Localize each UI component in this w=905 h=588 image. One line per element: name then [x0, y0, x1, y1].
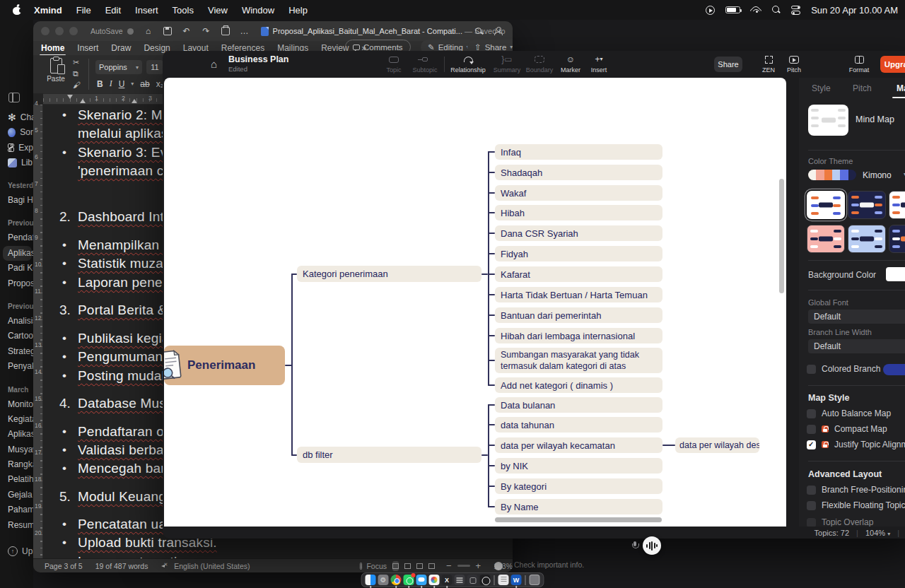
background-color-swatch[interactable] — [886, 267, 905, 281]
underline-button[interactable]: U — [119, 79, 125, 89]
chat-history-item[interactable]: Penyakit — [0, 359, 33, 374]
justify-alignment-row[interactable]: Justify Topic Alignment — [807, 440, 905, 449]
save-icon[interactable] — [163, 27, 172, 35]
topic-grandchild[interactable]: data per wilayah desa — [675, 437, 759, 453]
chat-history-item[interactable]: Analisis — [0, 314, 33, 329]
global-font-select[interactable]: Default — [808, 310, 905, 324]
colored-branch-row[interactable]: Colored Branch — [807, 364, 880, 374]
menu-insert[interactable]: Insert — [135, 5, 158, 16]
insert-button[interactable]: +▾Insert — [580, 54, 618, 74]
focus-icon[interactable] — [360, 563, 363, 570]
topic-child[interactable]: Bantuan dari pemerintah — [495, 307, 662, 323]
relationship-button[interactable]: Relationship — [449, 54, 487, 74]
photos-icon[interactable] — [429, 575, 440, 585]
topic-overlap-row[interactable]: Topic Overlap — [807, 517, 873, 527]
structure-thumbnail[interactable] — [808, 105, 848, 136]
canvas-zoom-level[interactable]: 104% ▾ — [865, 529, 890, 537]
zoom-slider[interactable] — [457, 565, 470, 567]
tab-home[interactable]: Home — [41, 43, 64, 53]
subtopic-button[interactable]: Subtopic — [406, 54, 444, 74]
tab-pitch[interactable]: Pitch — [853, 83, 872, 93]
vertical-scrollbar[interactable] — [779, 179, 784, 293]
topic-child[interactable]: data per wilayah kecamatan — [495, 437, 662, 453]
topic-child[interactable]: Sumbangan masyarakat yang tidak termasuk… — [495, 348, 662, 373]
topic-child[interactable]: Infaq — [495, 144, 662, 160]
tab-map[interactable]: Map — [897, 83, 905, 93]
outline-view-button[interactable] — [416, 561, 423, 571]
flexible-floating-topic-row[interactable]: Flexible Floating Topic — [807, 500, 905, 510]
menu-clock[interactable]: Sun 20 Apr 10.00 AM — [811, 5, 898, 16]
chat-history-item[interactable]: Paham A — [0, 502, 33, 517]
chat-history-item-selected[interactable]: Aplikasi — [3, 246, 32, 261]
sidebar-item-chatgpt[interactable]: ✻Cha — [0, 110, 33, 125]
tab-draw[interactable]: Draw — [111, 43, 131, 53]
cut-icon[interactable]: ✂ — [73, 58, 81, 67]
share-contact-icon[interactable] — [494, 27, 503, 35]
spotlight-icon[interactable] — [772, 6, 781, 14]
zoom-out-button[interactable]: − — [446, 560, 452, 571]
xmind-dock-icon[interactable]: X — [442, 575, 452, 585]
read-aloud-icon[interactable] — [159, 563, 161, 570]
preview-icon[interactable] — [498, 575, 509, 585]
mindmap-canvas[interactable]: Penerimaan Kategori penerimaan db filter… — [164, 78, 786, 527]
page-indicator[interactable]: Page 3 of 5 — [45, 562, 83, 570]
screen-record-icon[interactable] — [706, 6, 715, 15]
topic-child[interactable]: Fidyah — [495, 246, 662, 261]
chat-history-item[interactable]: Strategi — [0, 344, 33, 359]
bold-button[interactable]: B — [97, 79, 103, 89]
language-indicator[interactable]: English (United States) — [174, 562, 250, 570]
web-layout-view-button[interactable] — [404, 561, 411, 571]
checkbox-checked[interactable] — [807, 440, 816, 449]
sidebar-item-library[interactable]: Lib — [0, 155, 33, 171]
clock-icon[interactable] — [480, 575, 491, 585]
horizontal-scrollbar[interactable] — [495, 517, 662, 522]
topic-child[interactable]: Shadaqah — [495, 165, 662, 180]
topic-child[interactable]: Kafarat — [495, 266, 662, 282]
pitch-button[interactable]: Pitch — [775, 54, 813, 74]
battery-icon[interactable] — [725, 6, 740, 13]
chat-history-item[interactable]: Cartoon — [0, 329, 33, 343]
strikethrough-button[interactable]: ab — [140, 79, 149, 89]
menu-view[interactable]: View — [208, 5, 228, 16]
sidebar-item-explore[interactable]: Exp — [0, 140, 33, 155]
indent-marker[interactable] — [80, 99, 86, 103]
theme-name[interactable]: Kimono — [863, 170, 892, 180]
topic-child[interactable]: Dana CSR Syariah — [495, 225, 662, 241]
branch-width-select[interactable]: Default — [808, 339, 905, 353]
theme-thumbnail[interactable] — [807, 191, 845, 219]
menu-help[interactable]: Help — [288, 5, 308, 16]
theme-thumbnail[interactable] — [848, 225, 886, 253]
menu-file[interactable]: File — [76, 5, 91, 16]
chat-history-item[interactable]: Kegiatan — [0, 412, 33, 427]
topic-child[interactable]: Data bulanan — [495, 397, 662, 413]
print-icon[interactable] — [221, 27, 230, 35]
theme-thumbnail[interactable] — [889, 225, 905, 253]
draft-view-button[interactable] — [428, 561, 435, 571]
focus-label[interactable]: Focus — [366, 562, 387, 570]
word-count[interactable]: 19 of 487 words — [95, 562, 148, 570]
chat-history-item[interactable]: Bagi Has — [0, 193, 33, 208]
topic-child[interactable]: Hibah — [495, 205, 662, 220]
theme-thumbnail[interactable] — [807, 225, 845, 253]
tab-insert[interactable]: Insert — [77, 43, 98, 53]
checkbox[interactable] — [807, 486, 816, 495]
finder-icon[interactable] — [366, 575, 376, 585]
branch-color-swatch[interactable] — [883, 364, 905, 375]
font-size-select[interactable]: 11 — [146, 60, 163, 74]
topic-child[interactable]: Hibah dari lembaga internasional — [495, 328, 662, 343]
redo-icon[interactable]: ↷ — [202, 26, 211, 36]
topic-child[interactable]: data tahunan — [495, 417, 662, 433]
topic-db-filter[interactable]: db filter — [297, 447, 481, 463]
print-layout-view-button[interactable] — [392, 561, 399, 571]
sidebar-upgrade[interactable]: ↑Up — [0, 546, 33, 556]
checkbox[interactable] — [807, 409, 816, 418]
paste-button[interactable]: Paste — [42, 58, 69, 90]
terminal-icon[interactable] — [467, 575, 478, 585]
checkbox[interactable] — [807, 425, 816, 434]
menu-app-name[interactable]: Xmind — [34, 5, 62, 16]
upgrade-button[interactable]: Upgrade — [880, 56, 905, 73]
branch-free-positioning-row[interactable]: Branch Free-Positioning — [807, 485, 905, 495]
settings-icon[interactable]: ⚙ — [378, 575, 389, 585]
trash-icon[interactable] — [530, 575, 540, 585]
format-button[interactable]: Format — [840, 54, 878, 74]
